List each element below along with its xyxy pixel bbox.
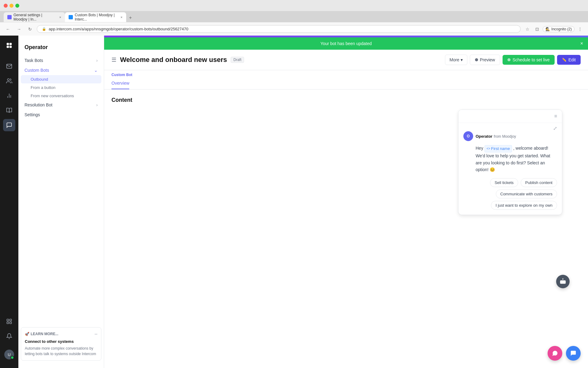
tab-2-close[interactable]: × [121, 15, 123, 19]
option-explore[interactable]: I just want to explore on my own [491, 201, 557, 210]
first-name-label: First name [491, 146, 510, 152]
forward-button[interactable]: → [15, 25, 23, 33]
new-tab-button[interactable]: + [126, 13, 135, 22]
sidebar-item-settings[interactable]: Settings [21, 110, 101, 120]
header-actions: More ▾ Preview Schedule to set live ✏️ E… [445, 55, 581, 65]
sidebar-learn-section: 🚀 LEARN MORE... – Connect to other syste… [21, 327, 101, 361]
sender-name: Operator [476, 134, 492, 139]
sidebar-tree: Task Bots › Custom Bots ⌄ Outbound From … [18, 54, 104, 121]
schedule-button[interactable]: Schedule to set live [503, 55, 554, 65]
option-communicate[interactable]: Communicate with customers [496, 190, 557, 198]
more-label: More [450, 57, 459, 62]
sidebar-item-outbound[interactable]: Outbound [21, 75, 101, 83]
from-conversations-label: From new conversations [31, 94, 74, 98]
lock-icon: 🔒 [42, 27, 46, 31]
user-avatar[interactable]: U [4, 350, 14, 359]
inbox-nav-item-wrap [3, 60, 15, 72]
from-button-label: From a button [31, 85, 55, 90]
chat-preview-card: ≡ ⤢ O Operator [458, 109, 562, 215]
edit-button[interactable]: ✏️ Edit [557, 55, 581, 65]
floating-buttons [548, 346, 581, 361]
message-part1: Hey [476, 146, 484, 151]
first-name-tag: <> First name [484, 145, 512, 153]
schedule-dot-icon [507, 58, 511, 61]
app: U Operator Task Bots › Custom Bots ⌄ Out… [0, 36, 588, 368]
svg-point-13 [561, 282, 562, 282]
incognito-label: Incognito (2) [551, 27, 572, 31]
chat-card-menu-icon[interactable]: ≡ [554, 113, 557, 119]
nav-actions: ☆ ⊡ 🕵️ Incognito (2) ⋮ [523, 25, 584, 33]
incognito-icon: 🕵️ [545, 27, 550, 31]
sidebar-item-from-button[interactable]: From a button [21, 83, 101, 92]
inbox-nav-icon[interactable] [3, 60, 15, 72]
option-sell-tickets[interactable]: Sell tickets [490, 178, 518, 187]
bot-float-icon[interactable] [556, 275, 570, 288]
page-header: ☰ Welcome and onboard new users Draft Mo… [104, 50, 588, 70]
traffic-lights [4, 4, 19, 8]
learn-close-button[interactable]: – [95, 331, 97, 337]
task-bots-label: Task Bots [24, 58, 43, 63]
more-button[interactable]: More ▾ [445, 55, 467, 65]
schedule-label: Schedule to set live [512, 57, 549, 62]
svg-point-4 [7, 79, 9, 81]
messenger-float-button[interactable] [548, 346, 562, 361]
learn-title: 🚀 LEARN MORE... [25, 332, 58, 336]
preview-dot-icon [475, 58, 478, 61]
reports-nav-icon[interactable] [3, 90, 15, 102]
address-bar[interactable]: 🔒 app.intercom.com/a/apps/nnsgmgob/opera… [37, 25, 521, 33]
sender-from: from Moodjoy [494, 134, 516, 139]
custom-bots-chevron-icon: ⌄ [94, 68, 98, 73]
back-button[interactable]: ← [4, 25, 12, 33]
tab-1-label: General settings | Moodjoy | In... [13, 13, 56, 21]
custom-bots-label: Custom Bots [24, 68, 49, 73]
minimize-traffic-light[interactable] [9, 4, 13, 8]
notifications-nav-icon[interactable] [3, 330, 15, 342]
svg-rect-9 [10, 319, 12, 321]
chat-expand-icon[interactable]: ⤢ [553, 125, 557, 131]
page-menu-icon[interactable]: ☰ [111, 56, 116, 63]
cast-button[interactable]: ⊡ [533, 25, 541, 33]
chat-option-row-2: Communicate with customers [496, 190, 557, 198]
learn-connect-desc: Automate more complex conversations by l… [25, 346, 97, 357]
close-traffic-light[interactable] [4, 4, 8, 8]
outbound-nav-icon[interactable] [3, 119, 15, 131]
apps-nav-icon[interactable] [3, 315, 15, 328]
settings-label: Settings [24, 112, 40, 117]
custom-bot-section-label: Custom Bot [111, 73, 137, 77]
tab-overview[interactable]: Overview [111, 78, 129, 89]
page-title: Welcome and onboard new users [120, 56, 227, 64]
svg-point-14 [564, 282, 564, 282]
sidebar-item-from-conversations[interactable]: From new conversations [21, 92, 101, 100]
fullscreen-traffic-light[interactable] [15, 4, 19, 8]
incognito-badge[interactable]: 🕵️ Incognito (2) [543, 26, 575, 32]
svg-rect-0 [7, 43, 9, 45]
svg-point-15 [563, 278, 564, 279]
tab-1[interactable]: General settings | Moodjoy | In... × [4, 12, 65, 22]
rocket-icon: 🚀 [25, 332, 29, 336]
chat-float-button[interactable] [566, 346, 581, 361]
option-publish-content[interactable]: Publish content [521, 178, 557, 187]
sidebar-item-custom-bots[interactable]: Custom Bots ⌄ [21, 65, 101, 75]
preview-label: Preview [480, 57, 495, 62]
sidebar-item-task-bots[interactable]: Task Bots › [21, 56, 101, 65]
notification-close-button[interactable]: × [580, 41, 583, 46]
knowledge-nav-icon[interactable] [3, 104, 15, 117]
edit-label: Edit [568, 57, 576, 62]
status-badge: Draft [231, 57, 244, 63]
sidebar-item-resolution-bot[interactable]: Resolution Bot › [21, 100, 101, 110]
contacts-nav-icon[interactable] [3, 75, 15, 87]
nav-bar: ← → ↻ 🔒 app.intercom.com/a/apps/nnsgmgob… [0, 22, 588, 36]
menu-button[interactable]: ⋮ [576, 25, 584, 33]
svg-rect-1 [9, 43, 12, 45]
svg-rect-3 [9, 46, 12, 48]
tab-1-close[interactable]: × [59, 15, 61, 19]
reload-button[interactable]: ↻ [26, 25, 34, 33]
task-bots-chevron-icon: › [96, 58, 98, 63]
tabs-bar: General settings | Moodjoy | In... × Cus… [0, 11, 588, 22]
sidebar-app-title: Operator [24, 44, 98, 51]
resolution-bot-chevron-icon: › [96, 102, 98, 107]
preview-button[interactable]: Preview [470, 55, 500, 65]
sender-details: Operator from Moodjoy [476, 133, 516, 139]
tab-2[interactable]: Custom Bots | Moodjoy | Interc... × [65, 12, 126, 22]
bookmark-button[interactable]: ☆ [523, 25, 532, 33]
